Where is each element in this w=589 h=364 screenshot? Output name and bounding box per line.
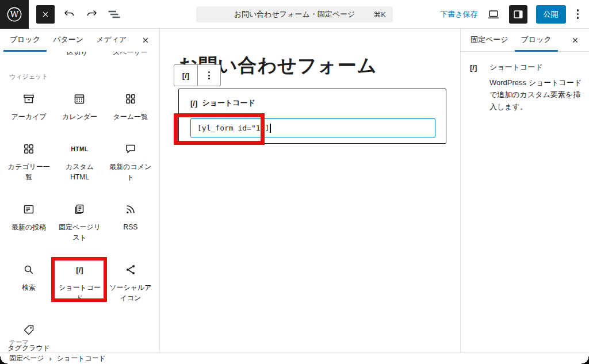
shortcode-input[interactable]: [yl_form id="1"]: [190, 118, 435, 137]
document-overview-button[interactable]: [106, 7, 120, 21]
grid-icon: [124, 91, 137, 106]
wordpress-logo-icon: W: [6, 6, 23, 23]
breadcrumb-bar: 固定ページ › ショートコード: [0, 352, 589, 364]
kebab-icon: [208, 71, 210, 73]
redo-button[interactable]: [85, 7, 98, 21]
undo-icon: [63, 7, 77, 21]
redo-icon: [85, 7, 98, 21]
sidebar-icon: [512, 8, 525, 21]
window-corner-artifact: [582, 357, 589, 364]
widget-item-social-icons[interactable]: ソーシャルアイコン: [105, 255, 156, 308]
posts-icon: [22, 202, 36, 217]
shortcode-block-title: ショートコード: [202, 98, 255, 108]
settings-tabs: 固定ページ ブロック: [461, 29, 589, 52]
widget-item-search[interactable]: 検索: [3, 255, 54, 308]
shortcode-icon: [/]: [182, 71, 189, 80]
close-inserter-button[interactable]: [36, 5, 55, 24]
editor-top-bar: W お問い合わせフォーム・固定ページ ⌘K: [0, 0, 589, 29]
wordpress-block-editor: W お問い合わせフォーム・固定ページ ⌘K: [0, 0, 589, 364]
archive-icon: [22, 91, 36, 106]
clipped-label-separator: 区切り: [67, 52, 87, 58]
settings-sidebar: 固定ページ ブロック [/] ショートコード WordPress ショートコード…: [460, 29, 589, 352]
widget-item-custom-html[interactable]: HTML カスタム HTML: [54, 135, 105, 187]
widget-item-shortcode[interactable]: [/] ショートコード: [54, 255, 105, 308]
block-name: ショートコード: [489, 62, 543, 72]
close-settings-button[interactable]: [567, 29, 583, 51]
widget-item-latest-posts[interactable]: 最新の投稿: [3, 195, 54, 247]
text-cursor: [270, 124, 271, 133]
pages-icon: [72, 202, 86, 217]
widget-block-grid: アーカイブ カレンダー ターム一覧 カテゴリー一覧: [0, 81, 159, 352]
kebab-icon: [577, 9, 579, 12]
shortcode-icon: [/]: [190, 99, 197, 108]
theme-section-label: テーマ: [9, 338, 29, 347]
tab-patterns[interactable]: パターン: [47, 29, 90, 52]
grid-icon: [22, 141, 36, 156]
shortcode-value: [yl_form id="1"]: [197, 124, 269, 132]
breadcrumb-page[interactable]: 固定ページ: [9, 354, 44, 363]
html-icon: HTML: [71, 141, 89, 156]
shortcode-icon: [/]: [76, 262, 83, 277]
toggle-settings-sidebar-button[interactable]: [509, 5, 527, 24]
shortcode-block[interactable]: [/] ショートコード [yl_form id="1"]: [178, 89, 446, 144]
block-info-card: [/] ショートコード WordPress ショートコードで追加のカスタム要素を…: [461, 52, 589, 123]
document-title: お問い合わせフォーム・固定ページ: [234, 9, 355, 20]
tab-blocks[interactable]: ブロック: [3, 29, 47, 52]
editor-canvas: お問い合わせフォーム [/] [/] ショートコード [yl_form id="…: [160, 29, 460, 352]
header-actions: 下書き保存 公開: [440, 5, 589, 24]
widget-item-page-list[interactable]: 固定ページリスト: [54, 195, 105, 247]
options-menu-button[interactable]: [575, 7, 582, 21]
block-inserter-panel: ブロック パターン メディア 区切り スペーサー ウィジェット アーカイブ: [0, 29, 160, 352]
shortcode-block-label: [/] ショートコード: [190, 98, 255, 108]
window-corner-artifact: [0, 357, 7, 364]
calendar-icon: [72, 91, 86, 106]
widget-item-rss[interactable]: RSS: [105, 195, 156, 247]
widgets-section-label: ウィジェット: [9, 72, 159, 81]
save-draft-button[interactable]: 下書き保存: [440, 9, 477, 20]
list-view-icon: [106, 7, 120, 21]
widget-item-archive[interactable]: アーカイブ: [3, 85, 54, 127]
widget-item-latest-comments[interactable]: 最新のコメント: [105, 135, 156, 187]
svg-text:W: W: [10, 10, 19, 19]
tag-icon: [22, 323, 36, 338]
publish-button[interactable]: 公開: [536, 5, 566, 24]
close-icon: [570, 35, 580, 45]
close-icon: [140, 35, 151, 45]
block-description: WordPress ショートコードで追加のカスタム要素を挿入します。: [489, 77, 584, 113]
preview-desktop-icon: [487, 7, 500, 21]
inserter-tabs: ブロック パターン メディア: [0, 29, 159, 52]
shortcode-icon: [/]: [470, 63, 483, 72]
search-icon: [22, 262, 36, 277]
clipped-block-row: 区切り スペーサー: [0, 52, 159, 58]
comment-icon: [124, 141, 137, 156]
block-type-button[interactable]: [/]: [174, 65, 197, 86]
rss-icon: [124, 202, 137, 217]
document-title-button[interactable]: お問い合わせフォーム・固定ページ ⌘K: [196, 6, 393, 22]
widget-item-calendar[interactable]: カレンダー: [54, 85, 105, 127]
wordpress-logo[interactable]: W: [0, 0, 29, 29]
breadcrumb-separator: ›: [49, 355, 52, 363]
tab-media[interactable]: メディア: [90, 29, 133, 52]
clipped-label-spacer: スペーサー: [113, 52, 148, 58]
block-options-button[interactable]: [197, 65, 220, 86]
block-toolbar-popup: [/]: [174, 64, 221, 86]
close-inserter-panel-button[interactable]: [137, 29, 154, 52]
share-icon: [124, 262, 137, 277]
preview-button[interactable]: [487, 7, 500, 21]
close-icon: [40, 9, 51, 20]
command-k-shortcut: ⌘K: [373, 10, 386, 19]
breadcrumb-current-block: ショートコード: [57, 354, 106, 363]
tab-block[interactable]: ブロック: [515, 29, 558, 52]
tab-page[interactable]: 固定ページ: [464, 29, 515, 52]
widget-item-terms[interactable]: ターム一覧: [105, 85, 156, 127]
undo-button[interactable]: [63, 7, 77, 21]
widget-item-categories[interactable]: カテゴリー一覧: [3, 135, 54, 187]
widget-item-tag-cloud[interactable]: タグクラウド: [3, 316, 54, 352]
